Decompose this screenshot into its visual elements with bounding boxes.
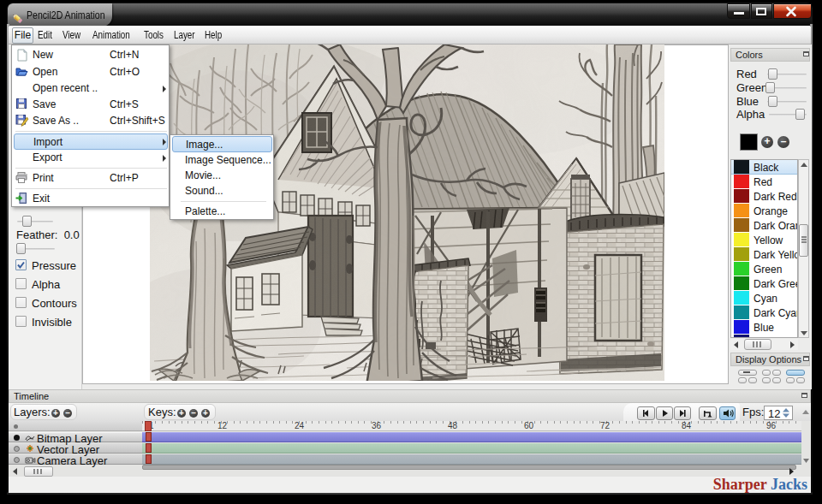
svg-text:72: 72 [600, 421, 611, 430]
svg-text:12: 12 [217, 421, 228, 430]
svg-text:36: 36 [372, 421, 382, 430]
svg-text:84: 84 [682, 421, 692, 430]
svg-text:60: 60 [524, 421, 534, 430]
svg-text:24: 24 [295, 421, 305, 430]
svg-text:96: 96 [766, 421, 777, 430]
svg-text:48: 48 [448, 421, 458, 430]
